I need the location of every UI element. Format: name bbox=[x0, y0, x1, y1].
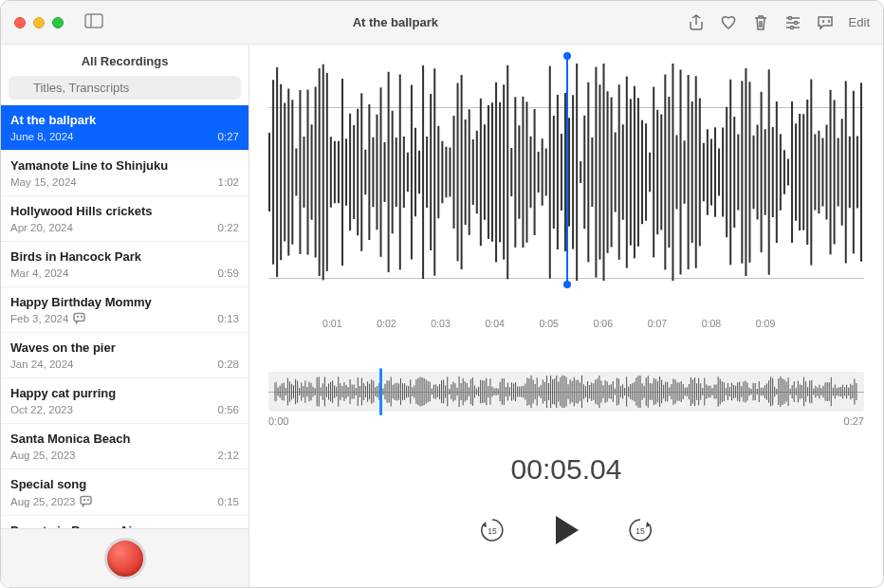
share-icon[interactable] bbox=[688, 14, 705, 31]
recording-duration: 0:56 bbox=[218, 404, 239, 415]
waveform-zone[interactable]: 0:010:020:030:040:050:060:070:080:09 bbox=[268, 56, 864, 317]
ruler-tick: 0:02 bbox=[377, 318, 431, 335]
transcript-badge-icon bbox=[80, 495, 92, 507]
transcript-icon[interactable] bbox=[817, 14, 834, 31]
recording-item[interactable]: Hollywood Hills cricketsApr 20, 20240:22 bbox=[1, 196, 249, 242]
recording-item[interactable]: Waves on the pierJan 24, 20240:28 bbox=[1, 333, 249, 378]
recording-item[interactable]: At the ballparkJune 8, 20240:27 bbox=[1, 105, 249, 151]
sidebar-header: All Recordings bbox=[1, 45, 249, 76]
skip-back-15-button[interactable]: 15 bbox=[478, 516, 506, 548]
recording-date: Oct 22, 2023 bbox=[10, 404, 73, 415]
svg-point-7 bbox=[790, 26, 793, 28]
recording-list[interactable]: At the ballparkJune 8, 20240:27Yamanote … bbox=[1, 105, 249, 528]
recording-title: Birds in Hancock Park bbox=[10, 249, 239, 266]
skip-forward-15-button[interactable]: 15 bbox=[626, 516, 654, 548]
recording-date: Aug 25, 2023 bbox=[10, 496, 75, 507]
fullscreen-window-button[interactable] bbox=[52, 17, 64, 28]
minimize-window-button[interactable] bbox=[33, 17, 45, 28]
close-window-button[interactable] bbox=[14, 17, 26, 28]
overview-start-time: 0:00 bbox=[268, 415, 288, 427]
recording-date: Mar 4, 2024 bbox=[10, 267, 68, 279]
ruler-tick: 0:04 bbox=[485, 318, 539, 335]
current-time-display: 00:05.04 bbox=[268, 453, 864, 486]
toolbar: Edit bbox=[688, 14, 870, 31]
ruler-tick bbox=[268, 318, 322, 335]
svg-rect-11 bbox=[81, 497, 91, 505]
recording-title: Yamanote Line to Shinjuku bbox=[10, 158, 239, 175]
ruler-tick: 0:09 bbox=[756, 318, 810, 335]
recording-item[interactable]: Birds in Hancock ParkMar 4, 20240:59 bbox=[1, 242, 249, 287]
ruler-tick: 0:05 bbox=[539, 318, 593, 335]
search-container bbox=[1, 76, 249, 105]
search-input[interactable] bbox=[9, 76, 241, 100]
playback-controls: 15 15 bbox=[268, 514, 864, 550]
window-title: At the ballpark bbox=[103, 15, 688, 29]
time-ruler: 0:010:020:030:040:050:060:070:080:09 bbox=[268, 318, 864, 335]
svg-point-5 bbox=[788, 16, 791, 19]
recording-date: Apr 20, 2024 bbox=[10, 222, 73, 233]
sidebar-toggle-button[interactable] bbox=[84, 13, 103, 32]
recording-item[interactable]: Happy cat purringOct 22, 20230:56 bbox=[1, 378, 249, 424]
record-button[interactable] bbox=[104, 538, 146, 579]
overview-time-labels: 0:00 0:27 bbox=[268, 415, 864, 427]
recording-date: Aug 25, 2023 bbox=[10, 450, 75, 461]
record-footer bbox=[1, 528, 249, 587]
recording-duration: 0:15 bbox=[218, 496, 239, 507]
ruler-tick: 0:07 bbox=[648, 318, 702, 335]
recording-date: June 8, 2024 bbox=[10, 131, 74, 142]
titlebar: At the ballpark Edit bbox=[1, 1, 883, 45]
recording-title: Happy Birthday Mommy bbox=[10, 295, 239, 311]
recording-title: At the ballpark bbox=[10, 113, 239, 129]
sidebar: All Recordings At the ballparkJune 8, 20… bbox=[1, 45, 249, 587]
recording-duration: 0:59 bbox=[218, 267, 239, 279]
recording-duration: 1:02 bbox=[218, 176, 239, 188]
recording-title: Santa Monica Beach bbox=[10, 432, 239, 448]
recording-date: Jan 24, 2024 bbox=[10, 358, 74, 370]
overview-end-time: 0:27 bbox=[844, 415, 864, 427]
recording-title: Waves on the pier bbox=[10, 340, 239, 357]
app-body: All Recordings At the ballparkJune 8, 20… bbox=[1, 45, 883, 587]
recording-duration: 0:22 bbox=[218, 222, 239, 233]
window-controls bbox=[14, 17, 64, 28]
trash-icon[interactable] bbox=[752, 14, 769, 31]
recording-duration: 0:27 bbox=[218, 131, 239, 142]
waveform-overview[interactable] bbox=[268, 372, 864, 412]
recording-item[interactable]: Yamanote Line to ShinjukuMay 15, 20241:0… bbox=[1, 151, 249, 196]
recording-date: Feb 3, 2024 bbox=[10, 313, 68, 324]
settings-sliders-icon[interactable] bbox=[784, 14, 801, 31]
svg-text:15: 15 bbox=[635, 526, 645, 536]
transcript-badge-icon bbox=[73, 312, 85, 324]
play-button[interactable] bbox=[552, 514, 580, 550]
ruler-tick bbox=[810, 318, 864, 335]
recording-date: May 15, 2024 bbox=[10, 176, 77, 188]
recording-item[interactable]: Santa Monica BeachAug 25, 20232:12 bbox=[1, 424, 249, 469]
ruler-tick: 0:01 bbox=[322, 318, 377, 335]
overview-cursor[interactable] bbox=[379, 368, 382, 415]
recording-item[interactable]: Special songAug 25, 20230:15 bbox=[1, 469, 249, 516]
main-panel: 0:010:020:030:040:050:060:070:080:09 0:0… bbox=[249, 45, 883, 587]
recording-title: Hollywood Hills crickets bbox=[10, 204, 239, 220]
ruler-tick: 0:03 bbox=[431, 318, 485, 335]
recording-duration: 0:13 bbox=[218, 313, 239, 324]
svg-rect-0 bbox=[85, 14, 102, 28]
recording-duration: 0:28 bbox=[218, 358, 239, 370]
recording-item[interactable]: Happy Birthday MommyFeb 3, 20240:13 bbox=[1, 287, 249, 334]
svg-text:15: 15 bbox=[488, 526, 497, 536]
app-window: At the ballpark Edit All Recordings bbox=[0, 0, 884, 588]
svg-rect-10 bbox=[74, 314, 84, 322]
edit-button[interactable]: Edit bbox=[849, 15, 870, 29]
ruler-tick: 0:06 bbox=[594, 318, 648, 335]
ruler-tick: 0:08 bbox=[702, 318, 756, 335]
favorite-icon[interactable] bbox=[720, 14, 737, 31]
playhead[interactable] bbox=[566, 56, 568, 285]
recording-title: Happy cat purring bbox=[10, 386, 239, 402]
recording-title: Special song bbox=[10, 477, 239, 493]
recording-duration: 2:12 bbox=[218, 450, 239, 461]
recording-item[interactable]: Parrots in Buenos Aires bbox=[1, 516, 249, 528]
svg-point-6 bbox=[794, 21, 797, 24]
